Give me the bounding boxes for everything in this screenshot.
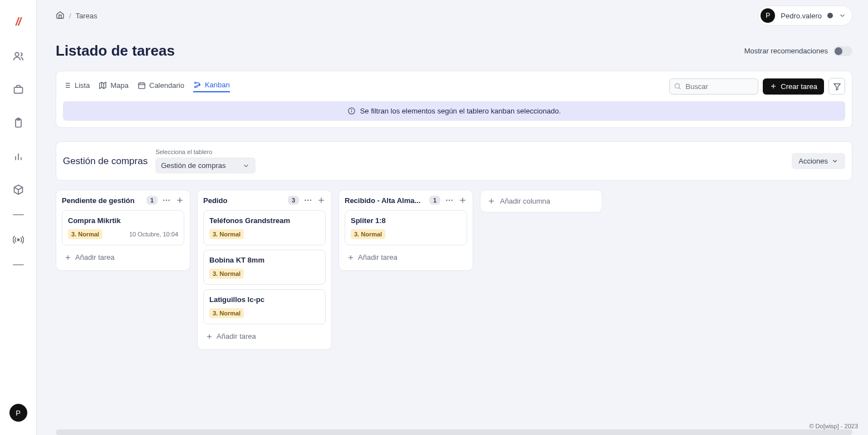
nav-clipboard[interactable] — [8, 113, 28, 133]
nav-briefcase[interactable] — [8, 80, 28, 100]
board-select-value: Gestión de compras — [161, 161, 225, 170]
add-task-button[interactable]: Añadir tarea — [345, 250, 467, 265]
horizontal-scrollbar[interactable] — [56, 429, 852, 435]
column-count: 1 — [429, 196, 440, 205]
sidebar-avatar[interactable]: P — [9, 404, 27, 422]
board-select[interactable]: Gestión de compras — [155, 157, 256, 174]
nav-divider-2 — [13, 264, 24, 265]
info-icon — [347, 107, 356, 115]
breadcrumb-item[interactable]: Tareas — [76, 12, 97, 20]
actions-button[interactable]: Acciones — [792, 153, 845, 169]
column-title: Recibido - Alta Alma... — [345, 196, 420, 205]
add-task-label: Añadir tarea — [217, 332, 256, 340]
tab-kanban[interactable]: Kanban — [193, 81, 230, 92]
kanban-card[interactable]: Spliter 1:8 3. Normal — [345, 210, 467, 245]
package-icon — [13, 184, 24, 195]
svg-rect-17 — [139, 83, 145, 88]
column-add-button[interactable] — [458, 196, 467, 205]
kanban-card[interactable]: Bobina KT 8mm 3. Normal — [203, 250, 326, 285]
filter-alert: Se filtran los elementos según el tabler… — [63, 101, 845, 121]
tab-list-label: Lista — [75, 81, 90, 90]
search-input[interactable] — [669, 78, 758, 95]
priority-tag: 3. Normal — [209, 229, 244, 239]
topbar: / Tareas P Pedro.valero — [37, 0, 868, 31]
svg-point-33 — [166, 200, 167, 201]
tab-map[interactable]: Mapa — [99, 81, 129, 92]
bar-chart-icon — [13, 151, 24, 162]
column-more-button[interactable] — [162, 196, 171, 205]
svg-point-22 — [194, 86, 196, 88]
tab-calendar[interactable]: Calendario — [138, 81, 184, 92]
content: Listado de tareas Mostrar recomendacione… — [37, 31, 868, 429]
view-tabs: Lista Mapa Calendario Kanban — [63, 81, 230, 92]
plus-icon — [205, 333, 213, 340]
chevron-down-icon — [831, 157, 838, 165]
breadcrumb-sep: / — [69, 12, 71, 20]
nav-broadcast[interactable] — [8, 230, 28, 250]
page-title: Listado de tareas — [56, 42, 175, 60]
filter-alert-text: Se filtran los elementos según el tabler… — [360, 107, 561, 115]
column-title: Pedido — [203, 196, 227, 205]
home-icon[interactable] — [56, 11, 65, 21]
tab-list[interactable]: Lista — [63, 81, 90, 92]
kanban-card[interactable]: Compra Mikrtik 3. Normal 10 Octubre, 10:… — [62, 210, 184, 245]
recommendations-toggle[interactable] — [833, 46, 852, 56]
svg-marker-14 — [100, 82, 106, 88]
column-add-button[interactable] — [175, 196, 184, 205]
plus-icon — [64, 254, 72, 261]
tab-map-label: Mapa — [110, 81, 129, 90]
title-row: Listado de tareas Mostrar recomendacione… — [56, 42, 852, 60]
card-title: Latiguillos lc-pc — [209, 295, 320, 304]
priority-tag: 3. Normal — [68, 229, 102, 239]
nav-package[interactable] — [8, 180, 28, 200]
filter-button[interactable] — [828, 78, 845, 95]
kanban-column: Pedido 3 Teléfonos Grandstream 3. Normal — [197, 190, 332, 350]
map-icon — [99, 81, 107, 90]
kanban-card[interactable]: Latiguillos lc-pc 3. Normal — [203, 289, 326, 324]
sidebar: // P — [0, 0, 37, 435]
column-add-button[interactable] — [317, 196, 326, 205]
plus-icon — [769, 82, 777, 90]
main: / Tareas P Pedro.valero Listado de tarea… — [37, 0, 868, 435]
actions-label: Acciones — [798, 157, 828, 165]
column-title: Pendiente de gestión — [62, 196, 135, 205]
column-count: 3 — [288, 196, 299, 205]
search-icon — [674, 82, 681, 90]
view-actions: Crear tarea — [669, 78, 845, 95]
nav-users[interactable] — [8, 46, 28, 66]
svg-point-40 — [307, 200, 308, 201]
more-icon — [445, 196, 454, 205]
add-task-label: Añadir tarea — [75, 253, 115, 261]
column-more-button[interactable] — [445, 196, 454, 205]
column-count: 1 — [146, 196, 158, 205]
svg-point-41 — [310, 200, 311, 201]
nav-stats[interactable] — [8, 146, 28, 166]
add-column-label: Añadir columna — [500, 197, 550, 205]
priority-tag: 3. Normal — [209, 269, 244, 279]
chevron-down-icon — [242, 162, 250, 170]
view-card: Lista Mapa Calendario Kanban — [56, 71, 852, 128]
svg-point-46 — [446, 200, 447, 201]
svg-point-48 — [451, 200, 452, 201]
add-column-button[interactable]: Añadir columna — [480, 190, 602, 212]
card-title: Compra Mikrtik — [68, 216, 178, 225]
recommendations-toggle-row: Mostrar recomendaciones — [744, 46, 852, 56]
column-more-button[interactable] — [303, 196, 312, 205]
search-wrap — [669, 78, 758, 95]
tab-kanban-label: Kanban — [205, 81, 230, 89]
add-task-button[interactable]: Añadir tarea — [203, 329, 326, 344]
user-name: Pedro.valero — [781, 12, 822, 20]
plus-icon — [347, 254, 355, 261]
svg-marker-28 — [833, 83, 840, 90]
svg-point-31 — [351, 110, 352, 110]
kanban-column: Recibido - Alta Alma... 1 Spliter 1:8 3.… — [339, 190, 473, 271]
footer-copyright: © Do[wisp] - 2023 — [809, 423, 858, 429]
app-logo: // — [16, 16, 21, 28]
filter-icon — [833, 82, 841, 91]
briefcase-icon — [13, 84, 24, 95]
create-task-button[interactable]: Crear tarea — [763, 78, 824, 95]
user-menu[interactable]: P Pedro.valero — [758, 6, 852, 26]
card-title: Bobina KT 8mm — [209, 256, 320, 264]
add-task-button[interactable]: Añadir tarea — [62, 250, 184, 265]
kanban-card[interactable]: Teléfonos Grandstream 3. Normal — [203, 210, 326, 245]
